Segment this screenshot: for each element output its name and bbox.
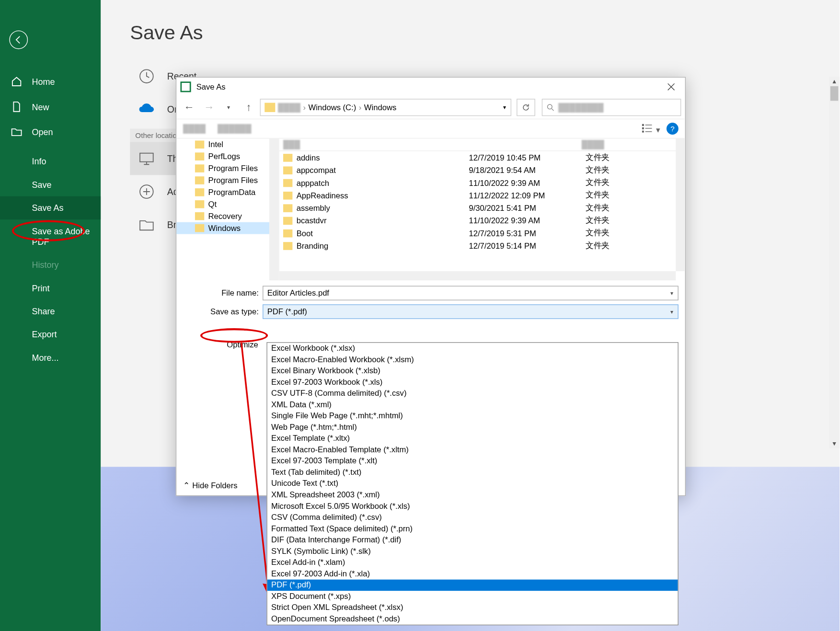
folder-icon	[283, 229, 292, 237]
backstage-sidebar: Home New Open Info Save Save As Save as …	[0, 0, 101, 631]
tree-item[interactable]: Windows	[176, 222, 278, 234]
dropdown-option[interactable]: XML Data (*.xml)	[267, 399, 678, 411]
dropdown-option[interactable]: Excel Binary Workbook (*.xlsb)	[267, 366, 678, 377]
dropdown-option[interactable]: Excel Workbook (*.xlsx)	[267, 343, 678, 355]
list-scrollbar-horizontal[interactable]	[279, 271, 676, 280]
refresh-button[interactable]	[517, 99, 535, 116]
dropdown-option[interactable]: Excel 97-2003 Workbook (*.xls)	[267, 377, 678, 388]
help-button[interactable]: ?	[667, 123, 679, 135]
dropdown-option[interactable]: SYLK (Symbolic Link) (*.slk)	[267, 546, 678, 557]
file-list[interactable]: ███ ████ addins12/7/2019 10:45 PM文件夹appc…	[279, 138, 685, 280]
list-row[interactable]: AppReadiness11/12/2022 12:09 PM文件夹	[279, 189, 685, 201]
sidebar-item-open[interactable]: Open	[0, 119, 101, 145]
dropdown-option[interactable]: PDF (*.pdf)	[267, 580, 678, 591]
main-scrollbar[interactable]: ▲ ▼	[829, 77, 840, 448]
folder-icon	[195, 188, 204, 196]
tree-item[interactable]: PerfLogs	[176, 150, 278, 162]
folder-icon	[283, 217, 292, 225]
hide-folders-button[interactable]: ⌃ Hide Folders	[183, 481, 238, 490]
folder-icon	[283, 179, 292, 187]
list-row[interactable]: Branding12/7/2019 5:14 PM文件夹	[279, 240, 685, 252]
nav-history-dropdown[interactable]: ▾	[220, 99, 237, 116]
dropdown-option[interactable]: XPS Document (*.xps)	[267, 591, 678, 602]
list-header[interactable]: ███ ████	[279, 138, 685, 151]
dropdown-option[interactable]: XML Spreadsheet 2003 (*.xml)	[267, 489, 678, 501]
dropdown-option[interactable]: Text (Tab delimited) (*.txt)	[267, 467, 678, 478]
page-title: Save As	[130, 21, 840, 44]
folder-icon	[283, 166, 292, 174]
sidebar-item-history: History	[0, 253, 101, 276]
svg-rect-12	[645, 125, 652, 125]
new-folder-button[interactable]: ██████	[218, 124, 252, 133]
dropdown-option[interactable]: Excel Template (*.xltx)	[267, 433, 678, 445]
dropdown-option[interactable]: CSV UTF-8 (Comma delimited) (*.csv)	[267, 388, 678, 400]
tree-item[interactable]: ProgramData	[176, 186, 278, 198]
dropdown-option[interactable]: Strict Open XML Spreadsheet (*.xlsx)	[267, 602, 678, 614]
svg-rect-16	[645, 131, 652, 131]
sidebar-item-export[interactable]: Export	[0, 323, 101, 346]
tree-item[interactable]: Intel	[176, 138, 278, 150]
list-row[interactable]: Boot12/7/2019 5:31 PM文件夹	[279, 227, 685, 239]
dropdown-option[interactable]: Excel 97-2003 Add-in (*.xla)	[267, 568, 678, 580]
sidebar-item-save-adobe-pdf[interactable]: Save as Adobe PDF	[0, 219, 101, 253]
sidebar-item-print[interactable]: Print	[0, 276, 101, 299]
save-as-type-dropdown[interactable]: PDF (*.pdf) ▾	[263, 304, 679, 319]
folder-icon	[195, 176, 204, 184]
tree-item[interactable]: Qt	[176, 198, 278, 210]
list-row[interactable]: addins12/7/2019 10:45 PM文件夹	[279, 151, 685, 164]
dropdown-option[interactable]: Microsoft Excel 5.0/95 Workbook (*.xls)	[267, 501, 678, 512]
view-options-button[interactable]: ▾	[642, 123, 660, 135]
svg-rect-14	[645, 127, 652, 128]
sidebar-label: Open	[32, 127, 53, 137]
list-row[interactable]: assembly9/30/2021 5:41 PM文件夹	[279, 202, 685, 214]
file-name-input[interactable]: Editor Articles.pdf ▾	[263, 286, 679, 300]
organize-button[interactable]: ████	[183, 124, 206, 133]
sidebar-item-new[interactable]: New	[0, 94, 101, 120]
file-name-label: File name:	[183, 288, 263, 298]
list-scrollbar-vertical[interactable]	[676, 138, 685, 271]
list-row[interactable]: appcompat9/18/2021 9:54 AM文件夹	[279, 164, 685, 176]
tree-scrollbar[interactable]	[269, 138, 278, 280]
dialog-toolbar: ████ ██████ ▾ ?	[176, 119, 685, 139]
dropdown-option[interactable]: Excel 97-2003 Template (*.xlt)	[267, 456, 678, 467]
folder-icon	[283, 191, 292, 199]
svg-line-10	[552, 109, 553, 111]
folder-icon	[195, 140, 204, 149]
sidebar-item-save-as[interactable]: Save As	[0, 196, 101, 219]
dropdown-option[interactable]: OpenDocument Spreadsheet (*.ods)	[267, 613, 678, 625]
dropdown-option[interactable]: Single File Web Page (*.mht;*.mhtml)	[267, 411, 678, 422]
dialog-title-bar: Save As	[176, 78, 685, 96]
nav-up-button[interactable]: ↑	[240, 99, 257, 116]
dropdown-option[interactable]: Formatted Text (Space delimited) (*.prn)	[267, 523, 678, 535]
sidebar-item-share[interactable]: Share	[0, 300, 101, 323]
dropdown-option[interactable]: Excel Macro-Enabled Workbook (*.xlsm)	[267, 354, 678, 366]
folder-icon	[195, 212, 204, 220]
chevron-up-icon: ⌃	[183, 481, 190, 490]
sidebar-item-info[interactable]: Info	[0, 150, 101, 173]
nav-back-button[interactable]: ←	[180, 99, 197, 116]
tree-item[interactable]: Program Files	[176, 162, 278, 174]
list-row[interactable]: bcastdvr11/10/2022 9:39 AM文件夹	[279, 214, 685, 227]
breadcrumb-path[interactable]: ████ › Windows (C:) › Windows ▾	[260, 99, 512, 116]
dialog-close-button[interactable]	[661, 83, 681, 91]
list-row[interactable]: apppatch11/10/2022 9:39 AM文件夹	[279, 176, 685, 189]
dropdown-option[interactable]: CSV (Comma delimited) (*.csv)	[267, 512, 678, 523]
svg-rect-5	[140, 153, 153, 162]
tree-item[interactable]: Program Files	[176, 174, 278, 186]
folder-tree[interactable]: IntelPerfLogsProgram FilesProgram FilesP…	[176, 138, 279, 280]
sidebar-item-more[interactable]: More...	[0, 346, 101, 369]
dropdown-option[interactable]: Excel Macro-Enabled Template (*.xltm)	[267, 444, 678, 456]
search-input[interactable]: ████████	[542, 99, 681, 116]
dialog-nav-bar: ← → ▾ ↑ ████ › Windows (C:) › Windows ▾ …	[176, 96, 685, 119]
dropdown-option[interactable]: Web Page (*.htm;*.html)	[267, 422, 678, 433]
svg-rect-15	[642, 130, 644, 132]
back-arrow-button[interactable]	[9, 31, 28, 49]
dropdown-option[interactable]: DIF (Data Interchange Format) (*.dif)	[267, 535, 678, 546]
sidebar-item-home[interactable]: Home	[0, 69, 101, 94]
save-as-type-label: Save as type:	[183, 307, 263, 316]
dropdown-option[interactable]: Excel Add-in (*.xlam)	[267, 557, 678, 569]
dropdown-option[interactable]: Unicode Text (*.txt)	[267, 478, 678, 490]
tree-item[interactable]: Recovery	[176, 210, 278, 222]
file-type-dropdown-list[interactable]: Excel Workbook (*.xlsx)Excel Macro-Enabl…	[266, 342, 678, 625]
sidebar-item-save[interactable]: Save	[0, 173, 101, 196]
